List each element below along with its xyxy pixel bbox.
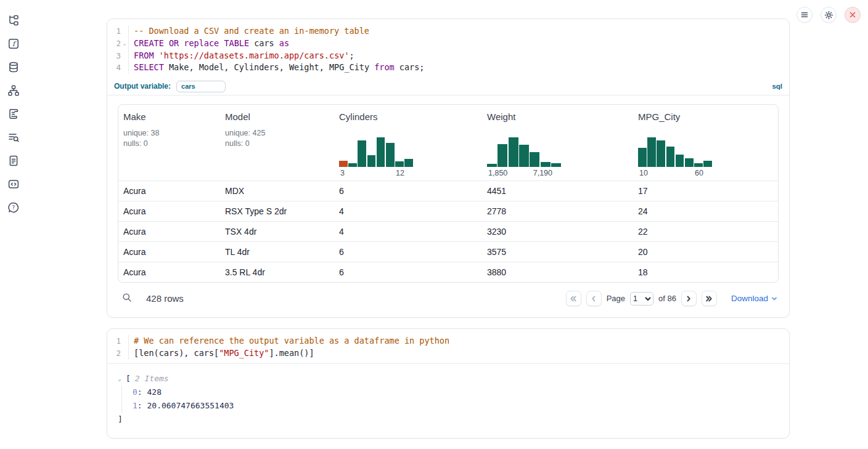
column-header-model[interactable]: Model [225,111,334,122]
first-page-button[interactable] [566,291,581,306]
code-line[interactable]: -- Download a CSV and create an in-memor… [128,25,789,38]
menu-icon[interactable] [796,7,813,23]
table-cell: 6 [334,186,482,196]
table-cell: RSX Type S 2dr [220,206,334,216]
table-cell: 24 [633,206,778,216]
line-number: 2 [107,347,121,360]
tree-close-bracket: ] [118,413,779,426]
column-header-cylinders[interactable]: Cylinders [339,111,482,122]
table-cell: 3880 [482,267,633,277]
histogram-bar [530,152,539,167]
tree-collapse-icon[interactable]: ⌄ [118,372,126,386]
row-count: 428 rows [146,293,184,304]
tree-entry: 1: 20.060747663551403 [133,399,779,413]
tree-entry: 0: 428 [133,386,779,399]
next-page-button[interactable] [681,291,697,306]
table-cell: 3.5 RL 4dr [220,267,334,277]
code-line[interactable]: [len(cars), cars["MPG_City"].mean()] [128,347,789,360]
histogram-bar [685,158,694,168]
cylinders-histogram[interactable]: 3 12 [339,135,413,180]
table-row[interactable]: Acura3.5 RL 4dr6388018 [118,262,778,282]
histogram-bar [541,162,551,167]
fold-chevron-icon[interactable]: ⌄ [121,38,128,50]
documentation-icon[interactable] [7,154,20,168]
table-header: Make unique: 38 nulls: 0 Model unique: 4… [118,105,778,180]
table-cell: TSX 4dr [220,227,334,237]
table-row[interactable]: AcuraTL 4dr6357520 [118,241,778,262]
histogram-bar [348,163,357,167]
output-variable-label: Output variable: [114,82,171,91]
table-cell: 4 [334,206,482,216]
table-row[interactable]: AcuraMDX6445117 [118,180,778,201]
last-page-button[interactable] [702,291,717,306]
histogram-bar [367,155,376,167]
histogram-bar [647,137,656,167]
column-header-make[interactable]: Make [123,111,220,122]
table-cell: 22 [633,227,778,237]
file-tree-icon[interactable] [7,14,20,27]
table-cell: 2778 [482,206,633,216]
previous-page-button[interactable] [586,291,602,306]
line-number: 2 [107,38,121,50]
sql-cell: 1-- Download a CSV and create an in-memo… [107,18,790,318]
histogram-bar [395,161,404,167]
histogram-bar [404,159,413,167]
language-badge: sql [772,83,782,90]
pagination: Page 1 of 86 Download [566,291,777,306]
mpg-city-histogram[interactable]: 10 60 [638,135,712,180]
tree-items-count: 2 Items [135,372,169,386]
histogram-bar [703,161,712,167]
page-select[interactable]: 1 [630,292,653,305]
table-cell: 6 [334,267,482,277]
python-code-editor[interactable]: 1# We can reference the output variable … [107,329,789,364]
table-cell: 20 [633,247,778,257]
table-cell: Acura [118,206,220,216]
fold-gutter [121,25,128,38]
table-cell: 18 [633,267,778,277]
column-header-weight[interactable]: Weight [487,111,633,122]
line-number: 1 [107,25,121,38]
datasources-icon[interactable] [7,60,20,74]
histogram-bar [377,137,385,167]
column-header-mpg-city[interactable]: MPG_City [638,111,778,122]
download-button[interactable]: Download [731,294,777,303]
weight-histogram[interactable]: 1,850 7,190 [487,135,561,180]
chevron-down-icon [771,296,777,302]
table-cell: 4 [334,227,482,237]
outline-icon[interactable] [7,107,20,121]
left-sidebar: f ? [0,0,27,449]
histogram-bar [487,164,497,167]
fold-gutter [121,62,128,74]
code-line[interactable]: CREATE OR replace TABLE cars as [128,38,789,50]
logs-icon[interactable] [7,131,20,144]
settings-gear-icon[interactable] [821,7,837,23]
shutdown-close-icon[interactable] [845,7,861,23]
table-row[interactable]: AcuraRSX Type S 2dr4277824 [118,201,778,221]
table-cell: 17 [633,186,778,196]
table-cell: 4451 [482,186,633,196]
table-cell: 6 [334,247,482,257]
table-cell: Acura [118,227,220,237]
code-line[interactable]: FROM 'https://datasets.marimo.app/cars.c… [128,50,789,62]
data-table-panel: Make unique: 38 nulls: 0 Model unique: 4… [118,104,779,283]
table-cell: MDX [220,186,334,196]
histogram-bar [509,137,518,167]
search-icon[interactable] [122,293,132,305]
table-row[interactable]: AcuraTSX 4dr4323022 [118,221,778,241]
sql-code-editor[interactable]: 1-- Download a CSV and create an in-memo… [107,19,789,78]
code-line[interactable]: # We can reference the output variable a… [128,335,789,347]
table-footer: 428 rows Page 1 of 86 [118,283,779,306]
histogram-bar [551,163,561,167]
variables-icon[interactable]: f [7,37,20,51]
histogram-bar [676,155,684,167]
fold-gutter [121,335,128,347]
table-cell: 3575 [482,247,633,257]
top-right-controls [796,7,861,23]
dependencies-icon[interactable] [7,84,20,97]
code-line[interactable]: SELECT Make, Model, Cylinders, Weight, M… [128,62,789,74]
help-icon[interactable]: ? [7,201,20,214]
output-variable-input[interactable] [176,81,226,92]
fold-gutter [121,50,128,62]
snippets-icon[interactable] [7,177,20,191]
svg-text:f: f [12,40,17,48]
